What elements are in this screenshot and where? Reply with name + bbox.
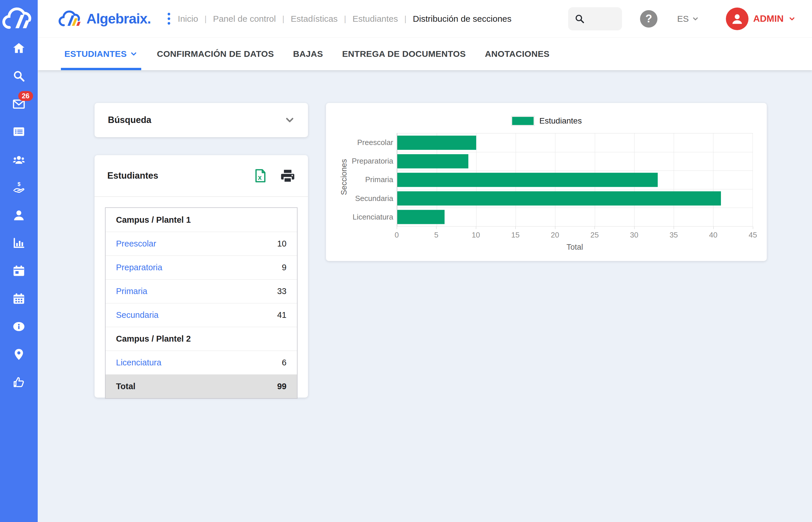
chart-legend[interactable]: Estudiantes	[326, 116, 767, 126]
search-panel: Búsqueda	[95, 103, 308, 137]
chart-bar-secundaria[interactable]	[397, 192, 721, 206]
x-tick-label: 5	[434, 230, 438, 240]
list-icon	[13, 125, 25, 138]
table-group-header: Campus / Plantel 2	[105, 327, 297, 350]
x-tick-mark	[674, 226, 674, 229]
user-menu[interactable]: ADMIN	[726, 7, 796, 30]
row-link[interactable]: Preescolar	[116, 239, 156, 248]
chart-band	[397, 134, 753, 152]
sidebar-item-payments[interactable]: $	[12, 181, 26, 194]
table-row: Preparatoria9	[105, 256, 297, 279]
sidebar-nav: 26$	[12, 38, 26, 388]
row-value: 6	[282, 358, 286, 367]
chart-category-label: Primaria	[345, 170, 393, 189]
chart-x-axis-title: Total	[397, 243, 753, 252]
sidebar-item-users[interactable]	[12, 153, 26, 166]
chart-bar-preescolar[interactable]	[397, 136, 476, 150]
sidebar-item-bar-chart[interactable]	[12, 237, 26, 249]
chart-bar-licenciatura[interactable]	[397, 210, 445, 224]
home-icon	[13, 42, 25, 55]
students-table: Campus / Plantel 1Preescolar10Preparator…	[105, 207, 298, 399]
page-content: Búsqueda Estudiantes x	[38, 70, 812, 522]
table-row: Licenciatura6	[105, 350, 297, 375]
row-value: 9	[282, 263, 286, 272]
sidebar-item-home[interactable]	[12, 42, 26, 55]
header-search[interactable]	[568, 7, 622, 31]
sidebar-item-mail[interactable]: 26	[12, 97, 26, 110]
sidebar-item-thumbs-up[interactable]	[12, 376, 26, 388]
print-icon[interactable]	[280, 168, 295, 183]
brand-logo[interactable]: Algebraix.	[57, 8, 151, 29]
table-row: Preescolar10	[105, 232, 297, 256]
sidebar-item-event[interactable]	[12, 264, 26, 277]
sidebar-item-info[interactable]	[12, 320, 26, 333]
x-tick-mark	[753, 226, 753, 229]
search-panel-title: Búsqueda	[108, 115, 151, 125]
chevron-down-icon	[130, 50, 138, 58]
sidebar-item-list[interactable]	[12, 125, 26, 138]
sidebar-item-person[interactable]	[12, 209, 26, 222]
chart-plot-area	[397, 133, 753, 226]
table-row: Secundaria41	[105, 303, 297, 327]
chart-category-label: Secundaria	[345, 189, 393, 208]
chevron-down-icon[interactable]	[285, 115, 295, 125]
x-tick-mark	[713, 226, 714, 229]
help-button[interactable]: ?	[640, 10, 657, 27]
table-group-header: Campus / Plantel 1	[105, 208, 297, 232]
row-label: Campus / Plantel 1	[116, 215, 191, 225]
row-link[interactable]: Licenciatura	[116, 358, 161, 367]
excel-export-icon[interactable]: x	[253, 168, 268, 183]
row-link[interactable]: Primaria	[116, 286, 147, 296]
search-input[interactable]	[585, 14, 617, 23]
x-tick-label: 15	[511, 230, 520, 240]
x-tick-label: 0	[395, 230, 399, 240]
location-icon	[13, 348, 25, 361]
language-selector[interactable]: ES	[677, 14, 699, 24]
row-value: 99	[277, 382, 286, 391]
row-link[interactable]: Secundaria	[116, 310, 159, 320]
tab-label: BAJAS	[293, 49, 323, 59]
sidebar-item-location[interactable]	[12, 348, 26, 361]
sidebar-item-calendar[interactable]	[12, 292, 26, 305]
chart-category-labels: PreescolarPreparatoriaPrimariaSecundaria…	[345, 133, 393, 226]
header-right: ? ES ADMIN	[568, 7, 796, 31]
chart-band	[397, 189, 753, 208]
chart-category-label: Preescolar	[345, 133, 393, 152]
users-icon	[13, 153, 25, 166]
x-tick-label: 30	[630, 230, 638, 240]
tab-label: ANOTACIONES	[485, 49, 550, 59]
svg-text:$: $	[17, 181, 20, 187]
tab-bajas[interactable]: BAJAS	[293, 38, 323, 70]
row-value: 33	[277, 286, 286, 296]
user-label: ADMIN	[753, 13, 784, 24]
tab-confirmación-de-datos[interactable]: CONFIRMACIÓN DE DATOS	[157, 38, 274, 70]
language-label: ES	[677, 14, 689, 24]
chart-bar-primaria[interactable]	[397, 173, 658, 187]
breadcrumb-item[interactable]: Estudiantes	[353, 14, 398, 24]
breadcrumb-separator: |	[344, 14, 346, 23]
notification-badge: 26	[18, 91, 33, 101]
breadcrumb: Inicio|Panel de control|Estadísticas|Est…	[168, 13, 511, 25]
chevron-down-icon	[692, 15, 699, 23]
x-tick-mark	[436, 226, 437, 229]
breadcrumb-item[interactable]: Inicio	[178, 14, 198, 24]
row-link[interactable]: Preparatoria	[116, 263, 162, 272]
chevron-down-icon	[788, 15, 796, 23]
chart-band	[397, 152, 753, 170]
breadcrumb-item[interactable]: Panel de control	[213, 14, 276, 24]
tab-entrega-de-documentos[interactable]: ENTREGA DE DOCUMENTOS	[342, 38, 466, 70]
row-value: 10	[277, 239, 286, 248]
students-panel-title: Estudiantes	[107, 170, 158, 181]
algebraix-cloud-icon[interactable]	[0, 0, 38, 38]
svg-text:x: x	[258, 174, 262, 181]
breadcrumb-item: Distribución de secciones	[413, 14, 511, 24]
sidebar-item-search[interactable]	[12, 69, 26, 82]
chart-bar-preparatoria[interactable]	[397, 154, 468, 168]
row-label: Total	[116, 382, 136, 391]
thumbs-up-icon	[13, 376, 25, 388]
tab-anotaciones[interactable]: ANOTACIONES	[485, 38, 550, 70]
kebab-menu-icon[interactable]	[168, 13, 170, 25]
tab-estudiantes[interactable]: ESTUDIANTES	[64, 38, 138, 70]
row-value: 41	[277, 310, 286, 320]
breadcrumb-item[interactable]: Estadísticas	[291, 14, 338, 24]
